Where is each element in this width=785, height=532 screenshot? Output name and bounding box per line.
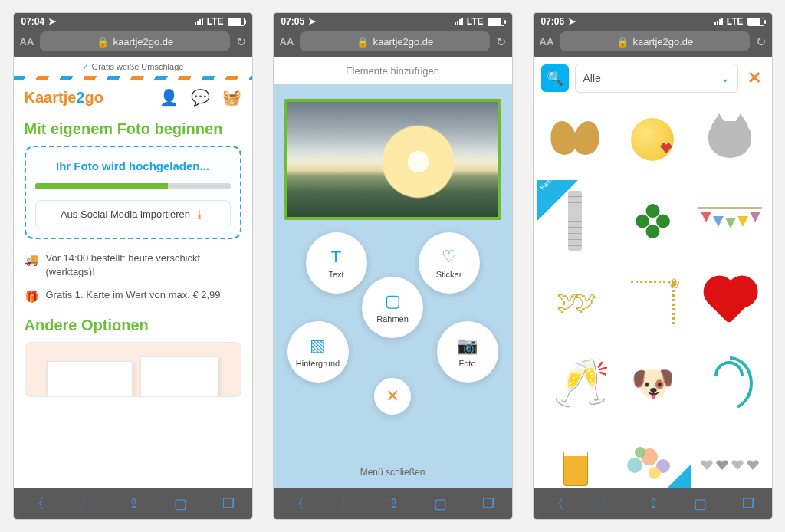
menu-close-label[interactable]: Menü schließen	[274, 467, 512, 478]
basket-icon[interactable]: 🧺	[222, 88, 241, 107]
color-ribbon: Farbe wählbar	[650, 464, 691, 488]
sticker-dog-ears[interactable]	[537, 99, 614, 180]
tabs-button[interactable]: ❐	[742, 495, 754, 512]
sticker-grid[interactable]: Farbe wählbar 🕊🕊 🥂 🐶	[534, 99, 772, 488]
tool-background-button[interactable]: ▧ Hintergrund	[287, 321, 349, 383]
bookmarks-button[interactable]: ▢	[434, 495, 447, 512]
benefits-list: 🚚 Vor 14:00 bestellt: heute verschickt (…	[25, 251, 241, 304]
network-label: LTE	[727, 16, 744, 27]
sticker-clover[interactable]	[614, 180, 691, 261]
tool-text-button[interactable]: T Text	[306, 232, 367, 294]
sticker-beer[interactable]	[537, 424, 614, 488]
ios-status-bar: 07:05 ➤ LTE	[274, 13, 512, 30]
brand-logo[interactable]: Kaartje2go	[25, 89, 103, 107]
check-icon: ✓	[82, 62, 89, 72]
forward-button[interactable]: 〉	[599, 494, 613, 513]
close-panel-button[interactable]: ✕	[744, 68, 764, 88]
text-size-button[interactable]: AA	[20, 36, 34, 48]
sticker-streamer[interactable]	[691, 343, 769, 424]
promo-text: Gratis weiße Umschläge	[92, 62, 184, 71]
reload-icon[interactable]: ↻	[756, 34, 766, 49]
tool-frame-button[interactable]: ▢ Rahmen	[362, 277, 423, 338]
share-button[interactable]: ⇪	[648, 495, 659, 512]
bookmarks-button[interactable]: ▢	[694, 495, 707, 512]
url-field[interactable]: 🔒 kaartje2go.de	[300, 31, 489, 51]
tabs-button[interactable]: ❐	[482, 495, 494, 512]
sticker-bunting[interactable]	[691, 180, 769, 261]
network-label: LTE	[467, 16, 484, 27]
sticker-hearts-row[interactable]	[691, 424, 769, 488]
sticker-emoji-kiss[interactable]	[614, 99, 691, 180]
share-button[interactable]: ⇪	[128, 495, 140, 512]
safari-address-bar[interactable]: AA 🔒 kaartje2go.de ↻	[274, 30, 512, 57]
signal-icon	[195, 18, 203, 25]
lock-icon: 🔒	[97, 36, 109, 48]
benefit-item: 🚚 Vor 14:00 bestellt: heute verschickt (…	[25, 251, 241, 279]
category-selected: Alle	[583, 72, 601, 84]
category-select[interactable]: Alle ⌄	[575, 64, 738, 93]
url-text: kaartje2go.de	[633, 36, 694, 48]
social-import-label: Aus Social Media importieren	[61, 209, 190, 220]
tool-sticker-button[interactable]: ♡ Sticker	[419, 232, 480, 294]
network-label: LTE	[207, 16, 224, 27]
account-icon[interactable]: 👤	[159, 88, 179, 107]
page-content: ✓ Gratis weiße Umschläge Kaartje2go 👤 💬 …	[14, 57, 252, 488]
safari-address-bar[interactable]: AA 🔒 kaartje2go.de ↻	[534, 30, 772, 57]
status-time: 07:05	[281, 16, 305, 27]
reload-icon[interactable]: ↻	[496, 34, 506, 49]
forward-button[interactable]: 〉	[340, 494, 353, 513]
benefit-text: Vor 14:00 bestellt: heute verschickt (we…	[46, 251, 241, 279]
upload-progress-bar	[35, 183, 231, 189]
tabs-button[interactable]: ❐	[222, 495, 235, 512]
battery-icon	[228, 18, 245, 26]
location-icon: ➤	[568, 16, 576, 27]
tool-close-button[interactable]: ✕	[374, 378, 411, 415]
tool-label: Foto	[458, 359, 475, 368]
tool-photo-button[interactable]: 📷 Foto	[437, 321, 498, 383]
reload-icon[interactable]: ↻	[236, 34, 246, 49]
sticker-doves[interactable]: 🕊🕊	[537, 261, 614, 343]
text-size-button[interactable]: AA	[280, 36, 294, 48]
tool-label: Rahmen	[376, 314, 409, 323]
sticker-puppy-party[interactable]: 🐶	[614, 343, 691, 424]
text-size-button[interactable]: AA	[540, 36, 554, 48]
sticker-champagne-glasses[interactable]: 🥂	[537, 343, 614, 424]
camera-icon: 📷	[457, 336, 478, 356]
phone-screenshot-1: 07:04 ➤ LTE AA 🔒 kaartje2go.de ↻ ✓ Grati…	[14, 13, 252, 519]
sticker-heart[interactable]	[691, 261, 769, 343]
chat-icon[interactable]: 💬	[191, 88, 210, 107]
signal-icon	[455, 18, 463, 25]
sticker-balloons[interactable]: Farbe wählbar	[614, 424, 691, 488]
bookmarks-button[interactable]: ▢	[174, 495, 187, 512]
forward-button[interactable]: 〉	[80, 494, 94, 513]
safari-address-bar[interactable]: AA 🔒 kaartje2go.de ↻	[14, 30, 252, 57]
canvas-photo[interactable]	[284, 99, 501, 220]
card-templates-preview[interactable]	[25, 342, 241, 397]
location-icon: ➤	[308, 16, 316, 27]
benefit-text: Gratis 1. Karte im Wert von max. € 2,99	[46, 288, 221, 304]
sticker-browser: 🔍 Alle ⌄ ✕ Farbe wählbar	[534, 57, 772, 488]
social-import-button[interactable]: Aus Social Media importieren ⭳	[35, 200, 231, 228]
site-header: Kaartje2go 👤 💬 🧺	[14, 80, 252, 114]
share-button[interactable]: ⇪	[388, 495, 399, 512]
search-button[interactable]: 🔍	[541, 64, 569, 92]
sticker-filter-bar: 🔍 Alle ⌄ ✕	[534, 57, 772, 99]
tool-label: Sticker	[436, 270, 462, 279]
sticker-cat[interactable]	[691, 99, 769, 180]
search-icon: 🔍	[547, 70, 563, 87]
sticker-ruler[interactable]: Farbe wählbar	[537, 180, 614, 261]
truck-icon: 🚚	[25, 251, 38, 279]
back-button[interactable]: 〈	[550, 494, 564, 513]
back-button[interactable]: 〈	[291, 494, 304, 513]
promo-banner: ✓ Gratis weiße Umschläge	[14, 57, 252, 76]
sticker-icon: ♡	[442, 247, 457, 267]
close-icon: ✕	[386, 386, 399, 406]
url-field[interactable]: 🔒 kaartje2go.de	[560, 31, 749, 51]
download-icon: ⭳	[195, 209, 205, 220]
upload-heading: Mit eigenem Foto beginnen	[25, 120, 241, 138]
sticker-corner-ornament[interactable]	[614, 261, 691, 343]
location-icon: ➤	[48, 16, 56, 27]
back-button[interactable]: 〈	[31, 494, 44, 513]
url-text: kaartje2go.de	[113, 36, 174, 48]
url-field[interactable]: 🔒 kaartje2go.de	[40, 31, 229, 51]
